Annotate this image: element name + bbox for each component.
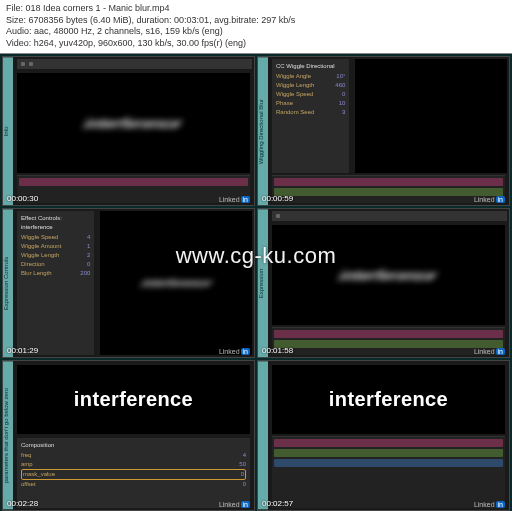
timeline-track[interactable] [274, 459, 503, 467]
property-row[interactable]: amp50 [21, 460, 246, 469]
property-row[interactable]: Direction0 [21, 260, 90, 269]
meta-video: Video: h264, yuv420p, 960x600, 130 kb/s,… [6, 38, 506, 50]
timeline-panel[interactable] [272, 175, 505, 203]
linkedin-badge: Linkedin [219, 501, 250, 508]
thumb-3: Expression interference 00:01:58 Linkedi… [257, 208, 510, 358]
tool-icon [29, 62, 33, 66]
linkedin-badge: Linkedin [474, 196, 505, 203]
timestamp: 00:01:29 [7, 346, 38, 355]
meta-filename: File: 018 Idea corners 1 - Manic blur.mp… [6, 3, 506, 15]
property-row[interactable]: Blur Length200 [21, 269, 90, 278]
linkedin-badge: Linkedin [219, 196, 250, 203]
timestamp: 00:00:59 [262, 194, 293, 203]
property-row[interactable]: offset0 [21, 480, 246, 489]
panel-header: Composition [21, 441, 246, 450]
timeline-panel[interactable] [17, 175, 250, 203]
property-row[interactable]: freq4 [21, 451, 246, 460]
toolbar [272, 211, 507, 221]
timeline-properties[interactable]: Composition freq4 amp50 mask_value0 offs… [17, 438, 250, 508]
timestamp: 00:00:30 [7, 194, 38, 203]
property-row[interactable]: Wiggle Speed0 [276, 90, 345, 99]
thumbnail-grid: Info interference 00:00:30 Linkedin Wigg… [0, 54, 512, 511]
thumb-4: parameters that don't go below zero inte… [2, 360, 255, 510]
effect-controls-panel[interactable]: CC Wiggle Directional Wiggle Angle10° Wi… [272, 59, 349, 173]
composition-viewer[interactable]: interference [17, 73, 250, 173]
preview-text: interference [140, 278, 212, 289]
property-row[interactable]: Phase10 [276, 99, 345, 108]
meta-size: Size: 6708356 bytes (6.40 MiB), duration… [6, 15, 506, 27]
sidebar-label: Expression Controls [3, 209, 13, 357]
meta-audio: Audio: aac, 48000 Hz, 2 channels, s16, 1… [6, 26, 506, 38]
thumb-5: interference 00:02:57 Linkedin [257, 360, 510, 510]
timeline-track[interactable] [274, 449, 503, 457]
composition-viewer[interactable]: interference [272, 365, 505, 433]
linkedin-badge: Linkedin [219, 348, 250, 355]
timeline-track[interactable] [274, 439, 503, 447]
thumb-1: Wiggling Directional Blur CC Wiggle Dire… [257, 56, 510, 206]
timestamp: 00:01:58 [262, 346, 293, 355]
property-row[interactable]: Wiggle Angle10° [276, 72, 345, 81]
linkedin-badge: Linkedin [474, 501, 505, 508]
timeline-track[interactable] [274, 178, 503, 186]
toolbar [17, 59, 252, 69]
timestamp: 00:02:28 [7, 499, 38, 508]
sidebar-label: parameters that don't go below zero [3, 361, 13, 509]
timeline-track[interactable] [274, 188, 503, 196]
composition-viewer[interactable]: interference [272, 225, 505, 325]
timeline-panel[interactable] [272, 436, 505, 508]
timeline-track[interactable] [274, 340, 503, 348]
sidebar-label [258, 361, 268, 509]
sidebar-label: Info [3, 57, 13, 205]
timeline-track[interactable] [274, 330, 503, 338]
property-row[interactable]: Wiggle Length2 [21, 251, 90, 260]
property-row[interactable]: Wiggle Speed4 [21, 233, 90, 242]
composition-viewer[interactable]: interference [17, 365, 250, 433]
thumb-0: Info interference 00:00:30 Linkedin [2, 56, 255, 206]
tool-icon [21, 62, 25, 66]
property-row[interactable]: Wiggle Length460 [276, 81, 345, 90]
property-row[interactable]: Wiggle Amount1 [21, 242, 90, 251]
property-row-highlighted[interactable]: mask_value0 [21, 469, 246, 480]
timeline-track[interactable] [19, 178, 248, 186]
thumb-2: Expression Controls Effect Controls: int… [2, 208, 255, 358]
linkedin-badge: Linkedin [474, 348, 505, 355]
preview-text: interference [329, 388, 448, 411]
property-row[interactable]: Random Seed3 [276, 108, 345, 117]
composition-viewer[interactable]: interference [100, 211, 252, 355]
panel-header: Effect Controls: interference [21, 214, 90, 232]
sidebar-label: Expression [258, 209, 268, 357]
effect-controls-panel[interactable]: Effect Controls: interference Wiggle Spe… [17, 211, 94, 355]
panel-header: CC Wiggle Directional [276, 62, 345, 71]
composition-viewer[interactable] [355, 59, 507, 173]
timestamp: 00:02:57 [262, 499, 293, 508]
preview-text: interference [338, 267, 439, 283]
preview-text: interference [83, 115, 184, 131]
preview-text: interference [74, 388, 193, 411]
tool-icon [276, 214, 280, 218]
file-metadata: File: 018 Idea corners 1 - Manic blur.mp… [0, 0, 512, 54]
sidebar-label: Wiggling Directional Blur [258, 57, 268, 205]
timeline-panel[interactable] [272, 327, 505, 355]
